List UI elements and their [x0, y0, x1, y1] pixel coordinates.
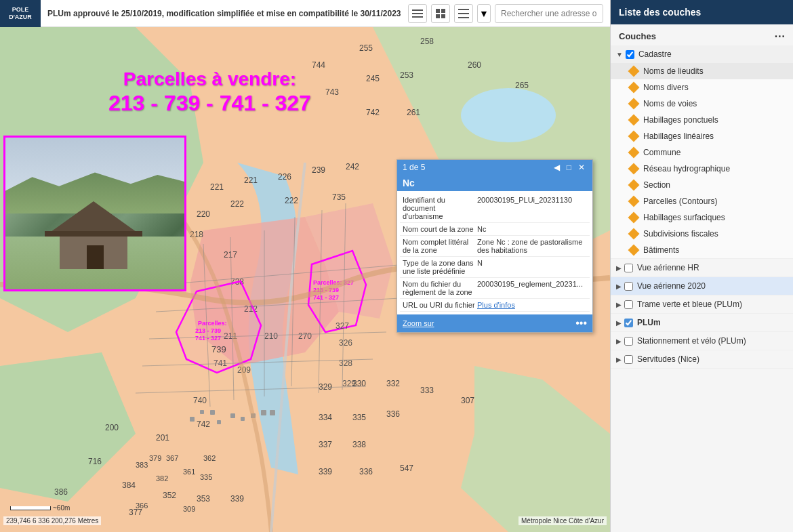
svg-rect-4 — [441, 9, 445, 13]
svg-text:210: 210 — [264, 331, 278, 341]
popup-footer: Zoom sur ••• — [397, 314, 592, 332]
layer-row-servitudes[interactable]: ▶ Servitudes (Nice) — [611, 350, 793, 369]
svg-rect-85 — [230, 413, 235, 418]
svg-text:201: 201 — [156, 433, 169, 443]
svg-rect-86 — [217, 420, 221, 424]
photo-overlay — [3, 136, 186, 291]
popup-val-6[interactable]: Plus d'infos — [477, 301, 587, 309]
couches-section-label: Couches ⋯ — [611, 24, 793, 45]
diamond-icon-voies — [628, 98, 640, 110]
svg-text:716: 716 — [88, 457, 102, 466]
layer-sub-reseau-hydro[interactable]: Réseau hydrographique — [611, 161, 793, 177]
svg-text:239: 239 — [312, 165, 325, 175]
popup-row-2: Nom court de la zone Nc — [400, 223, 590, 236]
stationnement-checkbox[interactable] — [624, 337, 633, 346]
layer-row-stationnement[interactable]: ▶ Stationnement et vélo (PLUm) — [611, 332, 793, 350]
svg-text:222: 222 — [230, 199, 244, 209]
layer-row-trame[interactable]: ▶ Trame verte et bleue (PLUm) — [611, 295, 793, 314]
layer-label-lineaires: Habillages linéaires — [643, 131, 788, 141]
svg-text:353: 353 — [197, 494, 210, 504]
svg-text:221: 221 — [210, 182, 224, 192]
plum-checkbox[interactable] — [624, 319, 633, 327]
popup-zoom-btn[interactable]: Zoom sur — [403, 319, 434, 327]
svg-rect-5 — [436, 14, 440, 18]
cadastre-header[interactable]: ▼ Cadastre — [611, 45, 793, 63]
search-input[interactable] — [495, 4, 603, 23]
plus-infos-link[interactable]: Plus d'infos — [477, 301, 515, 309]
popup-key-4: Type de la zone dans une liste prédéfini… — [403, 259, 477, 275]
layer-label-section: Section — [643, 180, 788, 190]
layer-sub-noms-voies[interactable]: Noms de voies — [611, 96, 793, 112]
svg-text:735: 735 — [332, 192, 346, 202]
layer-label-hydro: Réseau hydrographique — [643, 164, 788, 173]
svg-text:547: 547 — [400, 464, 413, 473]
couches-options-icon[interactable]: ⋯ — [774, 30, 785, 43]
diamond-icon-ponctuels — [628, 115, 640, 126]
svg-rect-7 — [458, 9, 469, 10]
layer-label-parcelles: Parcelles (Contours) — [643, 197, 788, 206]
svg-rect-0 — [412, 9, 423, 11]
attribution: Métropole Nice Côte d'Azur — [518, 516, 607, 525]
svg-text:309: 309 — [183, 505, 195, 513]
svg-rect-8 — [458, 13, 469, 14]
layer-row-vue-2020[interactable]: ▶ Vue aérienne 2020 — [611, 277, 793, 295]
layer-sub-batiments[interactable]: Bâtiments — [611, 242, 793, 258]
layer-sub-habillages-lineaires[interactable]: Habillages linéaires — [611, 128, 793, 144]
layer-group-cadastre: ▼ Cadastre Noms de lieudits Noms divers … — [611, 45, 793, 259]
dropdown-icon[interactable]: ▼ — [477, 4, 491, 23]
layer-sub-noms-divers[interactable]: Noms divers — [611, 79, 793, 96]
layer-sub-habillages-ponctuels[interactable]: Habillages ponctuels — [611, 112, 793, 128]
trame-label: Trame verte et bleue (PLUm) — [637, 300, 788, 309]
vue-hr-checkbox[interactable] — [624, 264, 633, 272]
servitudes-checkbox[interactable] — [624, 355, 633, 364]
layer-label-commune: Commune — [643, 148, 788, 157]
barn-photo — [5, 138, 184, 289]
popup-prev-btn[interactable]: ◀ — [552, 163, 562, 172]
svg-text:743: 743 — [325, 87, 339, 97]
logo-text: POLE D'AZUR — [9, 6, 32, 21]
layer-row-vue-hr[interactable]: ▶ Vue aérienne HR — [611, 259, 793, 277]
popup-val-1: 200030195_PLUi_20231130 — [477, 196, 587, 220]
grid-icon[interactable] — [431, 4, 450, 23]
layer-label-surfaciques: Habillages surfaciques — [643, 213, 788, 222]
map-canvas[interactable]: 255 258 260 265 253 245 744 743 742 261 … — [0, 27, 610, 532]
popup-next-btn[interactable]: □ — [565, 163, 573, 172]
svg-rect-3 — [436, 9, 440, 13]
svg-text:366: 366 — [136, 502, 148, 510]
svg-text:742: 742 — [366, 108, 380, 117]
svg-rect-87 — [190, 417, 195, 422]
popup-val-5: 200030195_reglement_20231... — [477, 280, 587, 296]
menu-icon[interactable] — [454, 4, 473, 23]
topbar: POLE D'AZUR PLUm approuvé le 25/10/2019,… — [0, 0, 610, 27]
vue-2020-checkbox[interactable] — [624, 282, 633, 291]
layer-sub-habillages-surfaciques[interactable]: Habillages surfaciques — [611, 209, 793, 226]
svg-point-15 — [461, 88, 556, 142]
svg-text:270: 270 — [298, 331, 312, 341]
layers-icon[interactable] — [408, 4, 427, 23]
popup-body: Identifiant du document d'urbanisme 2000… — [397, 191, 592, 314]
scale-bar: ~60m — [10, 504, 70, 512]
popup-row-5: Nom du fichier du règlement de la zone 2… — [400, 278, 590, 299]
info-popup: 1 de 5 ◀ □ ✕ Nc Identifiant du document … — [396, 159, 593, 333]
trame-checkbox[interactable] — [624, 300, 633, 309]
layer-sub-parcelles-contours[interactable]: Parcelles (Contours) — [611, 193, 793, 209]
popup-more-btn[interactable]: ••• — [575, 317, 587, 329]
popup-key-1: Identifiant du document d'urbanisme — [403, 196, 477, 220]
coordinates: 239,746 6 336 200,276 Mètres — [3, 516, 101, 525]
servitudes-label: Servitudes (Nice) — [637, 354, 788, 364]
vue-2020-label: Vue aérienne 2020 — [637, 281, 788, 291]
popup-close-btn[interactable]: ✕ — [576, 163, 587, 172]
layer-sub-noms-lieudits[interactable]: Noms de lieudits — [611, 63, 793, 79]
popup-counter: 1 de 5 — [403, 163, 425, 172]
layer-sub-commune[interactable]: Commune — [611, 144, 793, 161]
sidebar-header: Liste des couches — [611, 0, 793, 24]
cadastre-label: Cadastre — [638, 49, 788, 59]
svg-text:329: 329 — [319, 382, 332, 392]
cadastre-checkbox[interactable] — [626, 50, 634, 59]
stationnement-expand-icon: ▶ — [616, 337, 622, 345]
layer-row-plum[interactable]: ▶ PLUm — [611, 314, 793, 332]
layer-sub-section[interactable]: Section — [611, 177, 793, 193]
topbar-title: PLUm approuvé le 25/10/2019, modificatio… — [41, 9, 408, 18]
svg-text:742: 742 — [197, 420, 210, 429]
layer-sub-subdivisions[interactable]: Subdivisions fiscales — [611, 226, 793, 242]
